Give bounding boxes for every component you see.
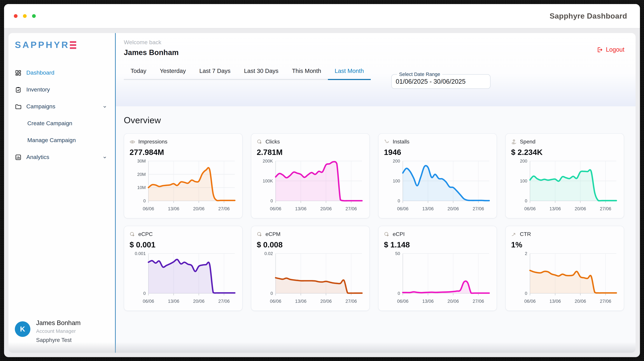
window-title: Sapphyre Dashboard <box>550 4 627 28</box>
dashboard-grid-icon <box>15 70 22 76</box>
date-range-label: Select Date Range <box>397 72 442 77</box>
metric-card-impressions: Impressions277.984M010M20M30M06/0613/062… <box>124 133 242 218</box>
svg-text:10M: 10M <box>137 185 146 190</box>
metric-chart-ecpi: 05006/0613/0620/0627/06 <box>384 250 492 307</box>
metric-value: 277.984M <box>130 148 237 157</box>
cursor-click-icon <box>384 231 390 237</box>
metric-card-ecpc: eCPC$ 0.00100.00106/0613/0620/0627/06 <box>124 226 242 311</box>
metric-label: Installs <box>393 139 410 145</box>
overview-title: Overview <box>124 115 632 126</box>
sidebar-user-block: K James Bonham Account Manager Sapphyre … <box>8 319 115 352</box>
svg-text:20/06: 20/06 <box>448 299 459 304</box>
svg-text:200: 200 <box>393 158 400 164</box>
svg-text:13/06: 13/06 <box>295 206 307 211</box>
metric-label: eCPC <box>138 231 153 237</box>
date-range-picker[interactable]: Select Date Range 01/06/2025 - 30/06/202… <box>391 72 490 89</box>
svg-text:27/06: 27/06 <box>600 299 611 304</box>
svg-text:0: 0 <box>270 198 273 203</box>
header-user-name: James Bonham <box>124 48 628 57</box>
tab-today[interactable]: Today <box>124 68 153 80</box>
sidebar-item-create-campaign[interactable]: Create Campaign <box>8 115 115 132</box>
logout-label: Logout <box>606 46 624 53</box>
svg-text:13/06: 13/06 <box>295 299 307 304</box>
sidebar-item-label: Inventory <box>26 86 50 93</box>
svg-text:06/06: 06/06 <box>143 206 154 211</box>
svg-text:27/06: 27/06 <box>218 299 230 304</box>
logout-icon <box>596 47 603 53</box>
metric-label: Clicks <box>266 139 280 145</box>
svg-text:06/06: 06/06 <box>397 299 408 304</box>
tab-last-30-days[interactable]: Last 30 Days <box>237 68 285 80</box>
svg-text:13/06: 13/06 <box>168 206 180 211</box>
chevron-down-icon[interactable] <box>102 105 107 109</box>
svg-text:06/06: 06/06 <box>143 299 154 304</box>
metric-card-ecpm: eCPM$ 0.00800.0206/0613/0620/0627/06 <box>251 226 370 311</box>
tab-yesterday[interactable]: Yesterday <box>153 68 192 80</box>
svg-text:13/06: 13/06 <box>422 299 434 304</box>
tab-last-month[interactable]: Last Month <box>328 68 370 80</box>
tab-last-7-days[interactable]: Last 7 Days <box>193 68 237 80</box>
svg-text:0: 0 <box>398 291 400 296</box>
bar-chart-icon <box>15 154 22 161</box>
metric-chart-spend: 010020006/0613/0620/0627/06 <box>511 158 619 215</box>
svg-text:0: 0 <box>398 198 400 203</box>
svg-text:27/06: 27/06 <box>346 299 357 304</box>
user-role: Account Manager <box>36 328 81 334</box>
chevron-down-icon[interactable] <box>102 155 107 160</box>
sidebar-item-campaigns[interactable]: Campaigns <box>8 98 115 115</box>
overview-section: Overview Impressions277.984M010M20M30M06… <box>116 106 636 352</box>
svg-text:0.001: 0.001 <box>135 251 146 256</box>
svg-text:100: 100 <box>393 178 400 183</box>
metric-value: $ 0.008 <box>257 240 364 249</box>
metric-value: $ 0.001 <box>130 240 237 249</box>
clipboard-check-icon <box>15 86 22 93</box>
screenshot-frame: Sapphyre Dashboard SAPPHYR DashboardInve… <box>0 0 644 361</box>
eye-icon <box>130 139 135 145</box>
svg-text:06/06: 06/06 <box>270 206 281 211</box>
logo-wordmark: SAPPHYR <box>15 40 70 50</box>
sidebar-item-dashboard[interactable]: Dashboard <box>8 65 115 81</box>
metric-label: eCPI <box>393 231 405 237</box>
svg-text:2: 2 <box>525 251 527 256</box>
metric-chart-ctr: 0206/0613/0620/0627/06 <box>511 250 619 307</box>
route-arrow-icon <box>384 139 390 145</box>
svg-text:100K: 100K <box>263 178 273 183</box>
svg-text:20/06: 20/06 <box>193 206 204 211</box>
metric-card-clicks: Clicks2.781M0100K200K06/0613/0620/0627/0… <box>251 133 370 218</box>
logout-button[interactable]: Logout <box>594 46 626 54</box>
welcome-label: Welcome back <box>124 39 628 46</box>
window-minimize-button[interactable] <box>23 14 27 18</box>
svg-text:20/06: 20/06 <box>193 299 204 304</box>
svg-text:20M: 20M <box>137 172 146 177</box>
svg-text:13/06: 13/06 <box>550 206 561 211</box>
sidebar-item-manage-campaign[interactable]: Manage Campaign <box>8 132 115 149</box>
svg-text:0: 0 <box>525 291 527 296</box>
metric-value: $ 2.234K <box>511 148 618 157</box>
tab-this-month[interactable]: This Month <box>285 68 328 80</box>
cursor-click-icon <box>257 231 262 237</box>
svg-text:27/06: 27/06 <box>346 206 357 211</box>
sidebar-item-label: Create Campaign <box>27 120 72 127</box>
hand-coin-icon <box>511 139 517 145</box>
svg-text:27/06: 27/06 <box>473 206 484 211</box>
metric-label: Spend <box>520 139 536 145</box>
svg-text:0: 0 <box>270 291 273 296</box>
sidebar-item-inventory[interactable]: Inventory <box>8 81 115 98</box>
svg-text:100: 100 <box>520 178 527 183</box>
svg-text:0: 0 <box>525 198 527 203</box>
sidebar-item-analytics[interactable]: Analytics <box>8 149 115 166</box>
metric-card-spend: Spend$ 2.234K010020006/0613/0620/0627/06 <box>505 133 624 218</box>
sapphyre-logo: SAPPHYR <box>15 40 115 50</box>
app-window: Sapphyre Dashboard SAPPHYR DashboardInve… <box>4 4 640 357</box>
svg-text:27/06: 27/06 <box>473 299 484 304</box>
logo-e-bars-icon <box>70 41 76 49</box>
svg-text:06/06: 06/06 <box>397 206 408 211</box>
folder-icon <box>15 103 22 110</box>
trending-up-icon <box>511 231 517 237</box>
svg-text:13/06: 13/06 <box>422 206 434 211</box>
window-close-button[interactable] <box>14 14 18 18</box>
metric-chart-impressions: 010M20M30M06/0613/0620/0627/06 <box>130 158 238 215</box>
svg-text:20/06: 20/06 <box>575 206 586 211</box>
metric-label: Impressions <box>138 139 168 145</box>
window-zoom-button[interactable] <box>32 14 36 18</box>
